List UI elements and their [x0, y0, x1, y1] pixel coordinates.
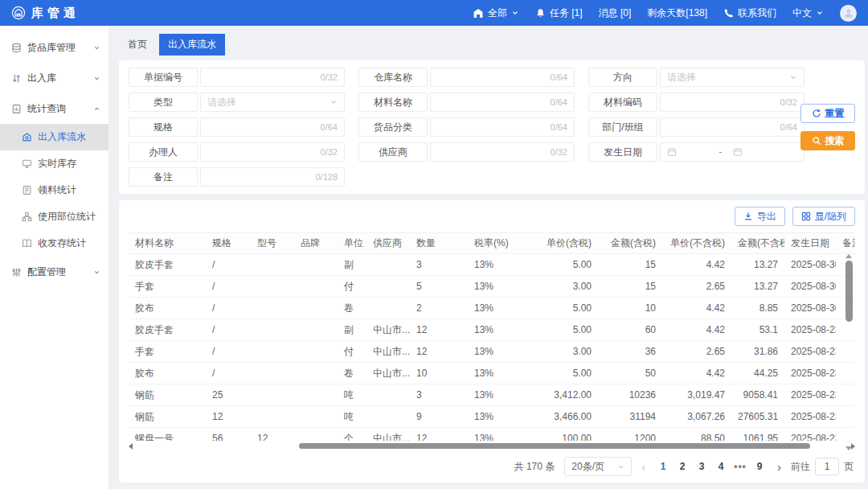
table-cell: 5.00	[530, 319, 598, 341]
filter-field-label: 办理人	[129, 142, 198, 162]
filter-text-input[interactable]: 0/32	[430, 142, 575, 162]
language-dropdown[interactable]: 中文	[792, 6, 824, 20]
search-icon	[812, 136, 821, 146]
vertical-scroll-thumb[interactable]	[845, 261, 853, 322]
sidebar-item-material-stats[interactable]: 领料统计	[0, 177, 108, 203]
tasks-link[interactable]: 任务 [1]	[535, 6, 583, 20]
table-cell: 9	[410, 406, 468, 428]
download-icon	[743, 212, 753, 221]
goods-stack-icon	[11, 43, 22, 53]
filter-select[interactable]: 请选择	[200, 92, 345, 112]
sidebar-item-in-out-warehouse[interactable]: 出入库	[0, 63, 108, 93]
table-cell: 10	[410, 363, 468, 384]
search-button[interactable]: 搜索	[800, 131, 855, 150]
sidebar-item-inout-flow[interactable]: 出入库流水	[0, 124, 108, 150]
reset-button[interactable]: 重置	[800, 104, 855, 123]
filter-text-input[interactable]: 0/64	[430, 68, 575, 87]
char-counter: 0/64	[780, 122, 797, 132]
table-cell: 吨	[338, 406, 366, 428]
table-cell: 3	[410, 384, 468, 406]
sidebar-item-label: 统计查询	[27, 102, 66, 116]
sidebar-item-receipt-dispatch-stats[interactable]: 收发存统计	[0, 230, 108, 257]
horizontal-scroll-thumb[interactable]	[299, 443, 810, 449]
scroll-up-arrow-icon[interactable]	[845, 254, 852, 258]
sidebar-item-config-management[interactable]: 配置管理	[0, 257, 108, 287]
filter-field-label: 发生日期	[588, 142, 657, 162]
sidebar: 货品库管理 出入库 统计查询 出入库流水 实	[0, 26, 108, 489]
page-number-button[interactable]: 1	[655, 461, 671, 472]
horizontal-scrollbar[interactable]	[129, 442, 855, 450]
page-number-button[interactable]: 9	[751, 461, 768, 472]
chevron-down-icon	[617, 463, 624, 471]
filter-daterange[interactable]: -	[660, 142, 805, 162]
table-cell: 56	[206, 428, 251, 442]
table-row[interactable]: 螺母一号5612个中山市...1213%100.00120088.501061.…	[129, 428, 855, 442]
table-cell: 9058.41	[731, 384, 784, 406]
table-row[interactable]: 胶布/卷213%5.00104.428.852025-08-30	[129, 298, 855, 319]
table-cell: 53.1	[731, 319, 784, 341]
table-row[interactable]: 钢筋12吨913%3,466.00311943,067.2627605.3120…	[129, 406, 855, 428]
messages-label: 消息 [0]	[599, 6, 632, 20]
page-number-button[interactable]: 4	[713, 461, 729, 472]
messages-link[interactable]: 消息 [0]	[599, 6, 632, 20]
sidebar-item-usage-part-stats[interactable]: 使用部位统计	[0, 203, 108, 230]
tab-home[interactable]: 首页	[119, 34, 156, 55]
table-row[interactable]: 手套/付513%3.00152.6513.272025-08-30	[129, 276, 855, 298]
sidebar-item-statistics-query[interactable]: 统计查询	[0, 93, 108, 124]
bell-icon	[535, 8, 546, 18]
filter-select[interactable]: 请选择	[660, 68, 805, 87]
filter-field: 发生日期-	[588, 142, 805, 162]
goto-suffix-label: 页	[844, 460, 854, 474]
filter-text-input[interactable]: 0/64	[660, 117, 805, 137]
show-hide-columns-button[interactable]: 显/隐列	[792, 207, 855, 226]
filter-text-input[interactable]: 0/64	[430, 117, 575, 137]
filter-panel: 单据编号0/32类型请选择规格0/64办理人0/32备注0/128仓库名称0/6…	[119, 60, 865, 194]
table-cell: 5.00	[530, 298, 598, 319]
table-row[interactable]: 胶皮手套/副中山市...1213%5.00604.4253.12025-08-2…	[129, 319, 855, 341]
page-number-button[interactable]: 3	[694, 461, 710, 472]
table-cell: 12	[206, 406, 251, 428]
table-row[interactable]: 胶皮手套/副313%5.00154.4213.272025-08-30	[129, 254, 855, 276]
table-cell	[251, 298, 294, 319]
sidebar-item-goods-management[interactable]: 货品库管理	[0, 32, 108, 63]
sidebar-item-realtime-stock[interactable]: 实时库存	[0, 150, 108, 177]
scroll-right-arrow-icon[interactable]	[851, 443, 855, 450]
page-number-button[interactable]: 2	[674, 461, 690, 472]
filter-text-input[interactable]: 0/32	[200, 142, 345, 162]
char-counter: 0/128	[315, 172, 338, 182]
table-cell: 50	[598, 363, 662, 384]
warehouse-scope-dropdown[interactable]: 全部	[473, 6, 519, 20]
list-doc-icon	[22, 185, 32, 195]
page-size-select[interactable]: 20条/页	[564, 457, 632, 476]
scroll-left-arrow-icon[interactable]	[129, 443, 133, 450]
column-header: 供应商	[366, 233, 410, 254]
table-cell: 副	[338, 254, 366, 276]
table-row[interactable]: 手套/付中山市...1213%3.00362.6531.862025-08-23	[129, 341, 855, 363]
table-cell: 2025-08-23	[784, 363, 836, 384]
vertical-scroll-track[interactable]	[845, 261, 853, 444]
filter-text-input[interactable]: 0/64	[200, 117, 345, 137]
table-cell: 25	[206, 384, 251, 406]
table-cell: 27605.31	[731, 406, 784, 428]
table-row[interactable]: 胶布/卷中山市...1013%5.00504.4244.252025-08-23	[129, 363, 855, 384]
tab-inout-flow[interactable]: 出入库流水	[159, 34, 225, 55]
filter-text-input[interactable]: 0/32	[200, 68, 345, 87]
table-cell: 3,019.47	[662, 384, 731, 406]
contact-link[interactable]: 联系我们	[723, 6, 776, 20]
goto-page-input[interactable]	[815, 458, 839, 475]
next-page-button[interactable]: ›	[777, 461, 781, 473]
table-row[interactable]: 钢筋25吨313%3,412.00102363,019.479058.41202…	[129, 384, 855, 406]
filter-text-input[interactable]: 0/32	[660, 92, 805, 112]
sidebar-item-label: 实时库存	[38, 157, 76, 171]
export-button[interactable]: 导出	[735, 207, 785, 226]
filter-text-input[interactable]: 0/64	[430, 92, 575, 112]
prev-page-button[interactable]: ‹	[641, 461, 645, 473]
sidebar-item-label: 领料统计	[38, 183, 76, 197]
filter-text-input[interactable]: 0/128	[200, 167, 345, 187]
avatar[interactable]	[840, 5, 857, 22]
table-cell: /	[206, 276, 251, 298]
table-cell	[251, 254, 294, 276]
table-cell: 2025-08-23	[784, 384, 836, 406]
vertical-scrollbar[interactable]	[844, 254, 854, 450]
column-header: 备注	[836, 233, 855, 254]
